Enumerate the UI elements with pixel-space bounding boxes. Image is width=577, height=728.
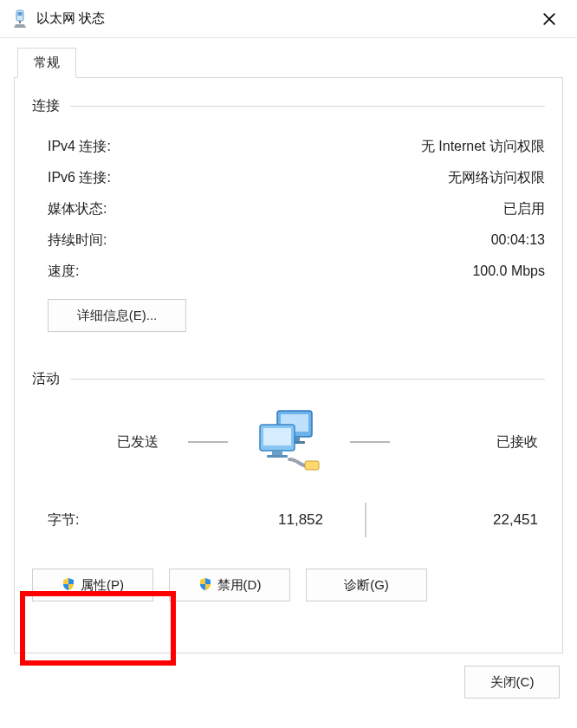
footer-row: 关闭(C) bbox=[14, 666, 563, 699]
speed-value: 100.0 Mbps bbox=[472, 263, 545, 279]
duration-value: 00:04:13 bbox=[491, 232, 545, 248]
activity-visual: 已发送 已接收 bbox=[32, 407, 545, 477]
network-computers-icon bbox=[250, 407, 327, 477]
window-title: 以太网 状态 bbox=[36, 10, 530, 27]
disable-button[interactable]: 禁用(D) bbox=[169, 569, 290, 601]
ipv4-value: 无 Internet 访问权限 bbox=[421, 138, 545, 156]
sent-label: 已发送 bbox=[36, 433, 165, 452]
media-value: 已启用 bbox=[503, 200, 545, 218]
close-button[interactable]: 关闭(C) bbox=[464, 666, 560, 699]
row-duration: 持续时间: 00:04:13 bbox=[48, 224, 545, 256]
row-ipv6: IPv6 连接: 无网络访问权限 bbox=[48, 162, 545, 193]
properties-button-label: 属性(P) bbox=[81, 577, 124, 594]
svg-rect-8 bbox=[263, 428, 291, 445]
shield-icon bbox=[198, 577, 212, 594]
connection-group-header: 连接 bbox=[32, 97, 545, 115]
bytes-sent-value: 11,852 bbox=[152, 511, 365, 529]
details-button[interactable]: 详细信息(E)... bbox=[48, 299, 186, 332]
diagnose-button[interactable]: 诊断(G) bbox=[306, 569, 427, 601]
action-button-row: 属性(P) 禁用(D) 诊断(G) bbox=[32, 569, 545, 601]
divider bbox=[350, 441, 390, 443]
disable-button-label: 禁用(D) bbox=[217, 577, 262, 594]
close-window-button[interactable] bbox=[530, 2, 568, 36]
ipv4-label: IPv4 连接: bbox=[48, 138, 111, 156]
duration-label: 持续时间: bbox=[48, 231, 107, 250]
divider bbox=[188, 441, 228, 443]
svg-rect-2 bbox=[19, 21, 21, 23]
media-label: 媒体状态: bbox=[48, 200, 107, 218]
received-label: 已接收 bbox=[412, 433, 541, 452]
divider bbox=[70, 106, 545, 107]
bytes-label: 字节: bbox=[48, 511, 152, 530]
svg-rect-11 bbox=[305, 461, 319, 470]
shield-icon bbox=[62, 577, 75, 594]
svg-rect-1 bbox=[18, 12, 23, 16]
ipv6-label: IPv6 连接: bbox=[48, 169, 111, 187]
connection-header-label: 连接 bbox=[32, 97, 60, 115]
ipv6-value: 无网络访问权限 bbox=[448, 169, 545, 187]
tab-general[interactable]: 常规 bbox=[17, 48, 76, 78]
speed-label: 速度: bbox=[48, 263, 79, 281]
bytes-received-value: 22,451 bbox=[366, 511, 545, 529]
title-bar: 以太网 状态 bbox=[0, 0, 577, 38]
divider bbox=[70, 379, 545, 380]
ethernet-icon bbox=[12, 10, 28, 29]
annotation-highlight bbox=[20, 591, 176, 666]
svg-rect-9 bbox=[272, 451, 282, 455]
activity-header-label: 活动 bbox=[32, 370, 60, 388]
svg-rect-10 bbox=[267, 455, 288, 458]
activity-group-header: 活动 bbox=[32, 370, 545, 388]
tab-strip: 常规 bbox=[17, 47, 563, 77]
connection-details: IPv4 连接: 无 Internet 访问权限 IPv6 连接: 无网络访问权… bbox=[48, 131, 545, 287]
dialog-body: 常规 连接 IPv4 连接: 无 Internet 访问权限 IPv6 连接: … bbox=[0, 38, 577, 712]
row-media-state: 媒体状态: 已启用 bbox=[48, 193, 545, 224]
row-speed: 速度: 100.0 Mbps bbox=[48, 256, 545, 287]
row-ipv4: IPv4 连接: 无 Internet 访问权限 bbox=[48, 131, 545, 162]
tab-page-general: 连接 IPv4 连接: 无 Internet 访问权限 IPv6 连接: 无网络… bbox=[14, 77, 563, 653]
properties-button[interactable]: 属性(P) bbox=[32, 569, 153, 601]
bytes-row: 字节: 11,852 22,451 bbox=[32, 503, 545, 537]
